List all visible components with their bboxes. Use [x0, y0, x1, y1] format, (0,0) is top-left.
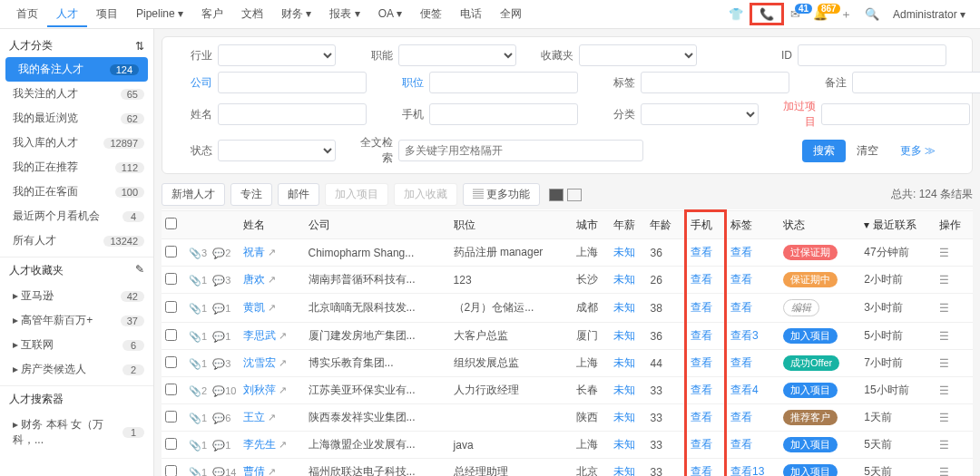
tag-view[interactable]: 查看: [730, 273, 752, 286]
comment-count[interactable]: 💬1: [212, 331, 230, 342]
tag-view[interactable]: 查看3: [730, 329, 759, 342]
name-link[interactable]: 李思武: [243, 329, 276, 342]
salary-link[interactable]: 未知: [613, 273, 635, 286]
position-input[interactable]: [429, 72, 578, 93]
row-select[interactable]: [165, 384, 177, 395]
phone-view[interactable]: 查看: [691, 384, 712, 396]
phone-view[interactable]: 查看: [691, 301, 712, 314]
fav-item-1[interactable]: ▸ 高管年薪百万+37: [0, 308, 153, 333]
attachment-count[interactable]: 📎1: [189, 440, 207, 451]
sidebar-item-7[interactable]: 所有人才13242: [0, 228, 153, 253]
name-link[interactable]: 唐欢: [243, 273, 265, 286]
salary-link[interactable]: 未知: [613, 246, 635, 258]
salary-link[interactable]: 未知: [613, 329, 635, 342]
nav-tab-6[interactable]: 财务 ▾: [272, 2, 320, 25]
row-ops[interactable]: ☰: [939, 384, 950, 397]
phone-view[interactable]: 查看: [691, 411, 712, 423]
nav-tab-0[interactable]: 首页: [7, 2, 47, 25]
open-icon[interactable]: ↗: [268, 302, 276, 313]
row-ops[interactable]: ☰: [939, 330, 950, 343]
add-fav-button[interactable]: 加入收藏: [394, 183, 457, 206]
open-icon[interactable]: ↗: [279, 384, 287, 395]
phone-view[interactable]: 查看: [691, 438, 712, 451]
attachment-count[interactable]: 📎1: [189, 303, 207, 314]
company-input[interactable]: [218, 72, 367, 93]
salary-link[interactable]: 未知: [613, 301, 635, 314]
nav-tab-1[interactable]: 人才: [47, 2, 87, 27]
search-button[interactable]: 搜索: [802, 140, 846, 162]
row-select[interactable]: [165, 438, 177, 450]
name-link[interactable]: 沈雪宏: [243, 356, 276, 369]
row-select[interactable]: [165, 465, 177, 477]
open-icon[interactable]: ↗: [268, 412, 276, 423]
row-ops[interactable]: ☰: [939, 412, 950, 424]
sidebar-item-0[interactable]: 我的备注人才124: [5, 57, 148, 82]
mail-icon[interactable]: ✉41: [784, 7, 807, 21]
attachment-count[interactable]: 📎1: [189, 413, 207, 423]
row-ops[interactable]: ☰: [939, 357, 950, 370]
name-link[interactable]: 李先生: [243, 438, 276, 451]
row-ops[interactable]: ☰: [939, 302, 950, 315]
row-ops[interactable]: ☰: [939, 247, 950, 259]
tag-view[interactable]: 查看: [730, 301, 752, 314]
nav-tab-3[interactable]: Pipeline ▾: [127, 2, 192, 25]
comment-count[interactable]: 💬1: [212, 440, 230, 451]
comment-count[interactable]: 💬6: [212, 413, 230, 423]
tag-view[interactable]: 查看: [730, 356, 752, 369]
sidebar-item-5[interactable]: 我的正在客面100: [0, 180, 153, 204]
attachment-count[interactable]: 📎1: [189, 358, 207, 369]
edit-icon[interactable]: ✎: [135, 263, 144, 278]
select-all[interactable]: [165, 218, 177, 229]
shirt-icon[interactable]: 👕: [722, 7, 750, 21]
name-link[interactable]: 黄凯: [243, 301, 265, 314]
nav-tab-7[interactable]: 报表 ▾: [320, 2, 368, 25]
category-select[interactable]: [641, 103, 759, 125]
more-func-button[interactable]: ▤ 更多功能: [463, 183, 540, 206]
more-filters[interactable]: 更多 ≫: [889, 140, 946, 162]
row-select[interactable]: [165, 246, 177, 257]
row-select[interactable]: [165, 411, 177, 423]
nav-tab-2[interactable]: 项目: [87, 2, 127, 25]
open-icon[interactable]: ↗: [268, 274, 276, 285]
row-ops[interactable]: ☰: [939, 466, 950, 477]
focus-button[interactable]: 专注: [230, 183, 272, 206]
comment-count[interactable]: 💬10: [212, 385, 236, 396]
search-icon[interactable]: 🔍: [858, 7, 886, 21]
view-grid-icon[interactable]: [567, 189, 582, 201]
open-icon[interactable]: ↗: [279, 330, 287, 341]
phone-icon[interactable]: 📞: [756, 7, 778, 21]
id-input[interactable]: [798, 44, 946, 66]
name-input[interactable]: [218, 103, 367, 125]
nav-tab-8[interactable]: OA ▾: [369, 2, 411, 25]
fav-item-3[interactable]: ▸ 房产类候选人2: [0, 357, 153, 382]
industry-select[interactable]: [218, 44, 336, 66]
nav-tab-4[interactable]: 客户: [192, 2, 232, 25]
phone-view[interactable]: 查看: [691, 465, 712, 476]
phone-view[interactable]: 查看: [691, 246, 712, 258]
remark-input[interactable]: [852, 72, 980, 93]
phone-view[interactable]: 查看: [691, 329, 712, 342]
attachment-count[interactable]: 📎1: [189, 331, 207, 342]
tag-view[interactable]: 查看: [730, 438, 752, 451]
sidebar-item-4[interactable]: 我的正在推荐112: [0, 155, 153, 180]
comment-count[interactable]: 💬3: [212, 358, 230, 369]
name-link[interactable]: 祝青: [243, 246, 265, 258]
phone-view[interactable]: 查看: [691, 356, 712, 369]
nav-tab-9[interactable]: 便签: [411, 2, 451, 25]
row-select[interactable]: [165, 329, 177, 341]
row-select[interactable]: [165, 301, 177, 313]
attachment-count[interactable]: 📎2: [189, 385, 207, 396]
nav-tab-10[interactable]: 电话: [451, 2, 491, 25]
sidebar-item-3[interactable]: 我入库的人才12897: [0, 131, 153, 155]
bell-icon[interactable]: 🔔867: [807, 7, 834, 21]
row-select[interactable]: [165, 356, 177, 368]
fulltext-input[interactable]: [398, 140, 643, 161]
salary-link[interactable]: 未知: [613, 384, 635, 396]
view-list-icon[interactable]: [549, 189, 564, 201]
open-icon[interactable]: ↗: [268, 247, 276, 257]
salary-link[interactable]: 未知: [613, 356, 635, 369]
joined-input[interactable]: [821, 103, 970, 125]
open-icon[interactable]: ↗: [279, 357, 287, 368]
sidebar-item-1[interactable]: 我关注的人才65: [0, 82, 153, 106]
status-select[interactable]: [218, 140, 336, 161]
